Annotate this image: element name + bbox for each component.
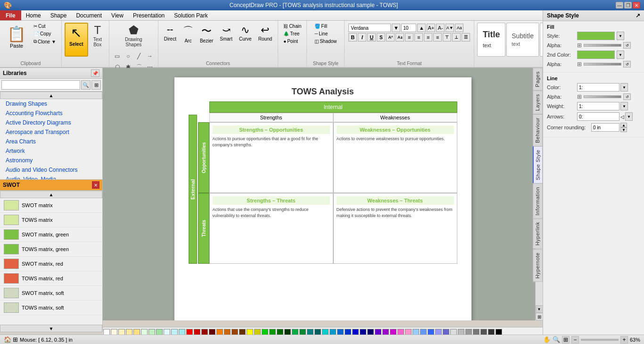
weight-input[interactable] <box>577 102 619 110</box>
restore-btn[interactable]: ❐ <box>624 2 632 8</box>
dt-arrow[interactable]: → <box>145 51 155 61</box>
side-tab-hypernote[interactable]: Hypernote <box>533 249 543 282</box>
side-tab-information[interactable]: Information <box>533 184 543 219</box>
font-color-btn[interactable]: A▼ <box>446 24 454 32</box>
dt-ellipse[interactable]: ○ <box>123 51 133 61</box>
swot-item-tows-matrix[interactable]: TOWS matrix <box>0 213 102 227</box>
corner-up[interactable]: ▲ <box>620 123 627 127</box>
second-color-box[interactable] <box>577 50 615 59</box>
dt-line[interactable]: ╱ <box>134 51 144 61</box>
arrows-dropdown[interactable]: ▼ <box>625 112 633 121</box>
superscript-button[interactable]: A² <box>386 33 395 42</box>
dt-rect[interactable]: ▭ <box>112 51 123 61</box>
subtitle-text-button[interactable]: Subtitletext <box>506 23 539 57</box>
valign-mid-btn[interactable]: ⊥ <box>452 33 461 42</box>
swot-close-btn[interactable]: ✕ <box>92 181 99 189</box>
strikethrough-button[interactable]: S <box>377 33 385 42</box>
libraries-pin-btn[interactable]: 📌 <box>91 69 99 77</box>
swot-scroll-up[interactable]: ▲ <box>0 191 102 198</box>
libraries-scroll-up[interactable]: ▲ <box>0 92 102 99</box>
arc-button[interactable]: ⌒ Arc <box>180 23 196 45</box>
clone-button[interactable]: ⧉ Clone ▼ <box>31 38 58 45</box>
second-alpha-reset[interactable]: ↺ <box>623 61 631 67</box>
weight-dropdown[interactable]: ▼ <box>620 102 628 110</box>
libraries-view-btn[interactable]: ⊞ <box>91 80 101 90</box>
align-right-btn[interactable]: ≡ <box>424 33 432 42</box>
copy-button[interactable]: 📄 Copy <box>31 30 58 37</box>
hand-tool-btn[interactable]: ✋ <box>543 336 551 343</box>
align-left-btn[interactable]: ≡ <box>405 33 413 42</box>
align-center-btn[interactable]: ≡ <box>414 33 423 42</box>
lib-item-active-directory[interactable]: Active Directory Diagrams <box>0 118 102 127</box>
swot-item-tows-soft[interactable]: TOWS matrix, soft <box>0 301 102 315</box>
v-scroll-down-btn[interactable]: ▼ <box>536 305 543 313</box>
swot-item-swot-matrix[interactable]: SWOT matrix <box>0 198 102 213</box>
close-btn[interactable]: ✕ <box>633 2 640 8</box>
zoom-slider[interactable] <box>581 339 619 341</box>
line-alpha-slider[interactable] <box>584 95 621 98</box>
fill-alpha-reset[interactable]: ↺ <box>623 42 631 49</box>
lib-item-artwork[interactable]: Artwork <box>0 146 102 156</box>
menu-presentation[interactable]: Presentation <box>128 10 169 20</box>
font-shrink-btn[interactable]: A- <box>436 24 445 32</box>
swot-item-swot-green[interactable]: SWOT matrix, green <box>0 227 102 242</box>
swot-item-swot-soft[interactable]: SWOT matrix, soft <box>0 286 102 301</box>
libraries-search-input[interactable] <box>1 80 80 90</box>
line-alpha-reset[interactable]: ↺ <box>623 93 631 100</box>
tree-button[interactable]: 🌲 Tree <box>281 30 304 37</box>
align-justify-btn[interactable]: ≡ <box>433 33 442 42</box>
menu-file[interactable]: File <box>0 10 21 20</box>
arrows-input[interactable] <box>577 112 619 121</box>
font-size-up[interactable]: ▲ <box>417 24 426 32</box>
lib-item-astronomy[interactable]: Astronomy <box>0 156 102 165</box>
canvas-area[interactable]: TOWS Analysis External Internal <box>103 68 543 320</box>
second-alpha-slider[interactable] <box>584 63 621 66</box>
side-tab-pages[interactable]: Pages <box>533 68 543 91</box>
bezier-button[interactable]: 〜 Bezier <box>197 23 216 45</box>
point-button[interactable]: ● Point <box>281 38 304 45</box>
menu-solution-park[interactable]: Solution Park <box>169 10 212 20</box>
font-grow-btn[interactable]: A+ <box>427 24 435 32</box>
fit-page-btn[interactable]: ⊞ <box>562 336 570 344</box>
direct-button[interactable]: ╌ Direct <box>161 23 179 43</box>
minimize-btn[interactable]: — <box>616 2 623 8</box>
second-color-dropdown[interactable]: ▼ <box>617 50 624 59</box>
subscript-button[interactable]: A₂ <box>396 33 404 42</box>
side-tab-layers[interactable]: Layers <box>533 91 543 114</box>
select-button[interactable]: ↖ Select <box>65 23 88 57</box>
fill-alpha-slider[interactable] <box>584 44 621 47</box>
drawing-shapes-button[interactable]: ⬟ DrawingShapes <box>122 23 146 49</box>
corner-down[interactable]: ▼ <box>620 127 627 132</box>
line-style-button[interactable]: ─ Line <box>312 30 339 37</box>
chain-button[interactable]: ⛓ Chain <box>281 23 304 30</box>
zoom-out-btn[interactable]: − <box>571 336 579 344</box>
title-text-button[interactable]: Titletext <box>477 23 505 57</box>
lib-item-area-charts[interactable]: Area Charts <box>0 137 102 146</box>
corner-input[interactable] <box>591 123 619 132</box>
line-color-input[interactable] <box>577 83 619 92</box>
font-size-input[interactable] <box>401 24 416 32</box>
zoom-in-btn[interactable]: + <box>620 336 628 344</box>
line-color-dropdown[interactable]: ▼ <box>620 83 628 92</box>
menu-home[interactable]: Home <box>21 10 46 20</box>
bold-button[interactable]: B <box>348 33 357 42</box>
lib-item-accounting[interactable]: Accounting Flowcharts <box>0 109 102 118</box>
font-extra-btn[interactable]: Aa <box>455 24 463 32</box>
fill-style-color[interactable] <box>577 32 615 40</box>
side-tab-behaviour[interactable]: Behaviour <box>533 114 543 146</box>
round-button[interactable]: ↩ Round <box>256 23 275 43</box>
valign-top-btn[interactable]: ⊤ <box>443 33 451 42</box>
shadow-button[interactable]: ◫ Shadow <box>312 38 339 45</box>
paste-button[interactable]: 📋 Paste <box>3 23 30 51</box>
swot-scroll-down[interactable]: ▼ <box>0 325 102 332</box>
list-btn[interactable]: ☰ <box>462 33 470 42</box>
font-dropdown-btn[interactable]: ▼ <box>392 24 400 32</box>
menu-view[interactable]: View <box>107 10 128 20</box>
zoom-in-icon[interactable]: 🔍 <box>553 336 560 343</box>
side-tab-shape-style[interactable]: Shape Style <box>533 146 543 184</box>
lib-item-audio-video[interactable]: Audio and Video Connectors <box>0 165 102 175</box>
underline-button[interactable]: U <box>367 33 376 42</box>
menu-shape[interactable]: Shape <box>46 10 72 20</box>
status-icon-grid[interactable]: ⊞ <box>13 336 18 343</box>
swot-item-tows-red[interactable]: TOWS matrix, red <box>0 271 102 286</box>
